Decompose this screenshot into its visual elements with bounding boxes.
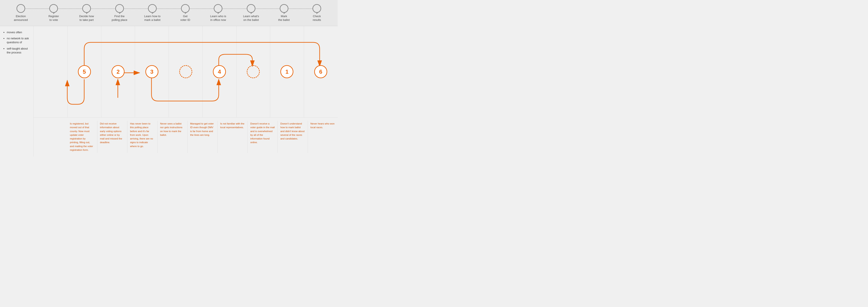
desc-col-6: Is not familiar with the local represent… <box>218 121 248 153</box>
step-line-8 <box>251 8 284 9</box>
journey-node-5: 5 <box>78 65 91 78</box>
description-area: Is registered, but moved out of that cou… <box>34 117 338 156</box>
step-label-10: Checkresults <box>313 15 321 22</box>
journey-node-1: 1 <box>280 65 293 78</box>
step-line-3 <box>87 8 120 9</box>
step-label-5: Learn how tomark a ballot <box>144 15 161 22</box>
sidebar-item-2: no network to ask questions of <box>7 36 30 44</box>
step-container: Electionannounced Registerto vote Decide… <box>0 4 338 22</box>
step-election-announced: Electionannounced <box>4 4 37 22</box>
step-circle-4 <box>115 4 124 13</box>
step-label-3: Decide howto take part <box>79 15 94 22</box>
step-circle-7 <box>214 4 222 13</box>
journey-node-4: 4 <box>213 65 226 78</box>
journey-node-2: 2 <box>112 65 125 78</box>
step-line-9 <box>284 8 317 9</box>
step-label-1: Electionannounced <box>14 15 28 22</box>
desc-spacer <box>34 121 67 153</box>
desc-col-4: Never sees a ballot nor gets instruction… <box>158 121 188 153</box>
journey-node-3: 3 <box>145 65 158 78</box>
desc-col-2: Did not receive information about early … <box>97 121 128 153</box>
main-content: moves often no network to ask questions … <box>0 26 338 157</box>
desc-col-8: Doesn't understand how to mark ballot an… <box>278 121 308 153</box>
step-line-1 <box>21 8 54 9</box>
step-circle-1 <box>17 4 25 13</box>
step-circle-8 <box>247 4 255 13</box>
sidebar-list: moves often no network to ask questions … <box>3 30 30 55</box>
columns-area: 5 2 3 4 1 6 Is registered, but moved out… <box>34 26 338 157</box>
desc-col-5: Managed to get voter ID even though DMV … <box>187 121 218 153</box>
sidebar-item-1: moves often <box>7 30 30 34</box>
step-circle-3 <box>82 4 91 13</box>
step-label-7: Learn who isin office now <box>210 15 226 22</box>
step-line-6 <box>185 8 218 9</box>
step-label-6: Getvoter ID <box>180 15 190 22</box>
journey-node-dashed-2 <box>247 65 260 78</box>
process-header: Electionannounced Registerto vote Decide… <box>0 0 338 26</box>
journey-area: 5 2 3 4 1 6 <box>34 26 338 117</box>
sidebar-item-3: self-taught about the process <box>7 47 30 55</box>
desc-col-7: Doesn't receive a voter guide in the mai… <box>248 121 278 153</box>
path-back-to-2 <box>67 79 84 104</box>
step-circle-10 <box>312 4 321 13</box>
journey-node-6: 6 <box>314 65 327 78</box>
step-circle-9 <box>280 4 288 13</box>
desc-col-9: Never hears who won local races. <box>308 121 338 153</box>
step-line-5 <box>152 8 185 9</box>
step-line-7 <box>218 8 251 9</box>
step-label-4: Find thepolling place <box>112 15 127 22</box>
step-circle-5 <box>148 4 157 13</box>
step-line-2 <box>54 8 87 9</box>
step-label-9: Markthe ballot <box>278 15 290 22</box>
step-circle-2 <box>49 4 58 13</box>
sidebar: moves often no network to ask questions … <box>0 26 34 157</box>
desc-col-1: Is registered, but moved out of that cou… <box>67 121 97 153</box>
desc-col-3: Has never been to this polling place bef… <box>127 121 158 153</box>
step-label-2: Registerto vote <box>49 15 59 22</box>
step-label-8: Learn what'son the ballot <box>243 15 259 22</box>
journey-node-dashed-1 <box>179 65 192 78</box>
step-circle-6 <box>181 4 190 13</box>
step-line-4 <box>120 8 153 9</box>
